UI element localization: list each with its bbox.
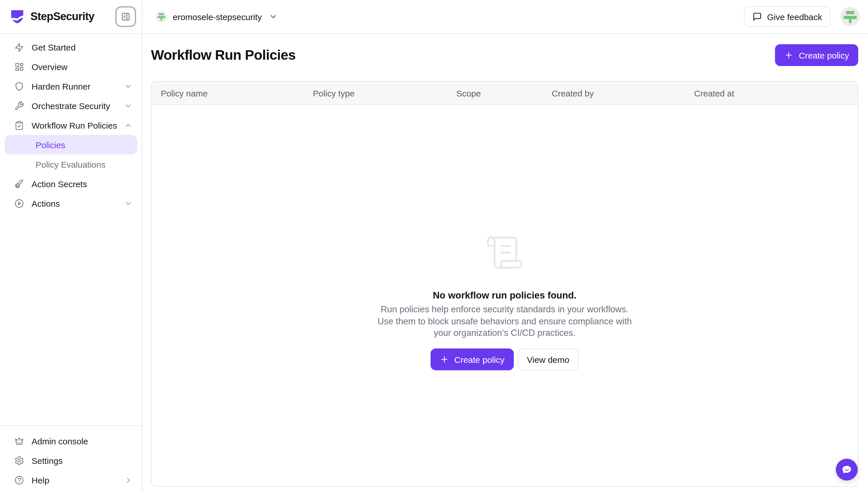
sidebar-item-policies[interactable]: Policies [5,135,137,154]
create-policy-label: Create policy [799,50,849,60]
brand-shield-icon [8,8,26,25]
sidebar: StepSecurity Get Started [0,0,142,492]
sidebar-item-help[interactable]: Help [5,470,137,490]
chat-launcher-button[interactable] [836,459,858,481]
sidebar-item-label: Policy Evaluations [35,159,105,169]
empty-state-title: No workflow run policies found. [433,290,577,301]
sidebar-item-admin-console[interactable]: Admin console [5,431,137,451]
dashboard-icon [14,62,24,72]
column-header-scope: Scope [456,88,552,98]
sidebar-item-label: Admin console [31,436,88,446]
org-avatar [155,11,167,22]
sidebar-item-label: Action Secrets [31,179,87,189]
empty-state: No workflow run policies found. Run poli… [377,105,632,370]
clipboard-check-icon [14,120,24,130]
panel-collapse-icon [120,11,131,22]
chat-bubble-icon [841,464,852,475]
scroll-icon [485,232,525,273]
sidebar-item-policy-evaluations[interactable]: Policy Evaluations [5,154,137,174]
sidebar-item-actions[interactable]: Actions [5,194,137,213]
empty-state-line: Use them to block unsafe behaviors and e… [377,316,632,327]
key-icon [14,178,24,189]
empty-state-actions: Create policy View demo [431,348,579,370]
sidebar-item-label: Orchestrate Security [31,101,110,110]
sidebar-collapse-button[interactable] [116,6,136,27]
shield-icon [14,81,24,91]
topbar-right: Give feedback [744,6,860,27]
chevron-up-icon [124,121,132,129]
sidebar-item-overview[interactable]: Overview [5,57,137,76]
sidebar-item-label: Overview [31,62,68,72]
sidebar-item-orchestrate-security[interactable]: Orchestrate Security [5,96,137,115]
sidebar-item-label: Policies [35,140,65,150]
org-name: eromosele-stepsecurity [173,12,262,22]
app-window: StepSecurity Get Started [0,0,868,492]
page-title: Workflow Run Policies [151,47,296,63]
sidebar-footer: Admin console Settings Help [0,425,142,492]
chevron-right-icon [124,476,132,484]
plus-icon [785,51,794,60]
view-demo-label: View demo [527,354,569,364]
message-square-icon [752,12,762,21]
sidebar-item-label: Actions [31,198,60,208]
column-header-policy-name: Policy name [152,88,313,98]
chevron-down-icon [269,12,278,21]
sidebar-item-label: Settings [31,456,63,465]
view-demo-button[interactable]: View demo [518,348,579,370]
user-avatar[interactable] [840,7,860,26]
table-header-row: Policy name Policy type Scope Created by… [152,81,858,105]
zap-icon [14,42,24,52]
sidebar-item-label: Help [31,475,49,485]
policies-table-card: Policy name Policy type Scope Created by… [151,81,858,487]
topbar: eromosele-stepsecurity Give feedback [142,0,868,34]
table-body: No workflow run policies found. Run poli… [152,105,858,486]
sidebar-item-label: Harden Runner [31,81,91,91]
create-policy-button-top[interactable]: Create policy [775,44,858,66]
chevron-down-icon [124,101,132,110]
column-header-policy-type: Policy type [313,88,456,98]
column-header-created-at: Created at [694,88,858,98]
gear-icon [14,455,24,466]
sidebar-nav: Get Started Overview Harden Runner [0,34,142,213]
sidebar-item-label: Get Started [31,42,75,52]
column-header-created-by: Created by [552,88,694,98]
page-head: Workflow Run Policies Create policy [151,44,858,66]
org-selector[interactable]: eromosele-stepsecurity [155,11,278,22]
play-circle-icon [14,198,24,208]
sidebar-item-harden-runner[interactable]: Harden Runner [5,76,137,96]
brand-logo: StepSecurity [8,8,94,25]
main-content: Workflow Run Policies Create policy Poli… [142,34,868,492]
wrench-icon [14,100,24,111]
sidebar-logo-row: StepSecurity [0,0,142,34]
crown-icon [14,436,24,446]
sidebar-item-label: Workflow Run Policies [31,120,117,130]
create-policy-button-empty[interactable]: Create policy [431,348,514,370]
create-policy-label: Create policy [454,354,504,364]
chevron-down-icon [124,82,132,91]
sidebar-item-settings[interactable]: Settings [5,451,137,470]
sidebar-item-workflow-run-policies[interactable]: Workflow Run Policies [5,115,137,135]
give-feedback-label: Give feedback [767,12,822,22]
give-feedback-button[interactable]: Give feedback [744,6,831,27]
help-circle-icon [14,475,24,485]
brand-name: StepSecurity [30,10,94,23]
chevron-down-icon [124,199,132,207]
plus-icon [440,355,449,364]
sidebar-item-get-started[interactable]: Get Started [5,37,137,57]
empty-state-description: Run policies help enforce security stand… [377,304,632,339]
sidebar-item-action-secrets[interactable]: Action Secrets [5,174,137,194]
empty-state-line: your organization’s CI/CD practices. [377,327,632,339]
empty-state-line: Run policies help enforce security stand… [377,304,632,316]
